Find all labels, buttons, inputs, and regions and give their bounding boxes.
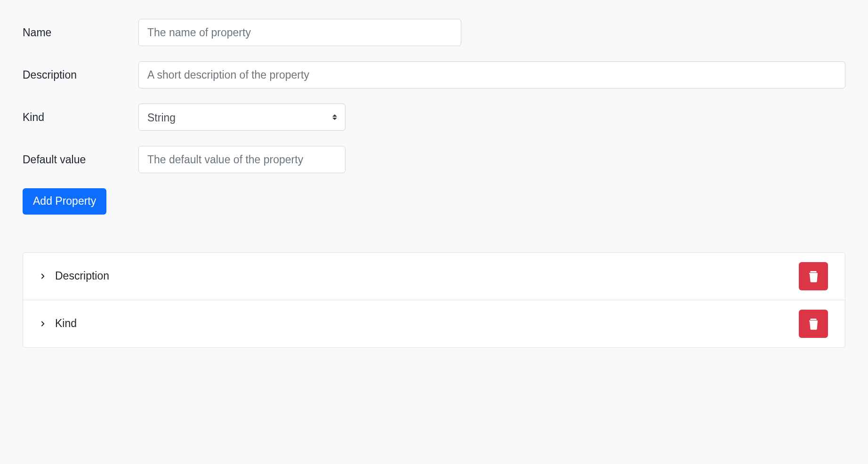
property-item: Kind [23, 300, 845, 347]
property-list: Description Kind [23, 252, 845, 348]
kind-label: Kind [23, 111, 138, 124]
name-label: Name [23, 26, 138, 39]
default-value-label: Default value [23, 153, 138, 166]
delete-property-button[interactable] [799, 310, 828, 338]
delete-property-button[interactable] [799, 262, 828, 290]
add-property-button[interactable]: Add Property [23, 188, 106, 215]
chevron-right-icon [40, 321, 46, 327]
kind-select[interactable]: String [138, 104, 346, 131]
trash-icon [808, 318, 819, 330]
description-input[interactable] [138, 61, 845, 88]
chevron-right-icon [40, 273, 46, 279]
property-name-label: Kind [55, 317, 77, 330]
property-toggle[interactable]: Description [40, 270, 799, 282]
property-name-label: Description [55, 270, 109, 282]
description-label: Description [23, 69, 138, 81]
name-input[interactable] [138, 19, 461, 46]
default-value-input[interactable] [138, 146, 346, 173]
property-item: Description [23, 253, 845, 300]
property-toggle[interactable]: Kind [40, 317, 799, 330]
trash-icon [808, 270, 819, 282]
